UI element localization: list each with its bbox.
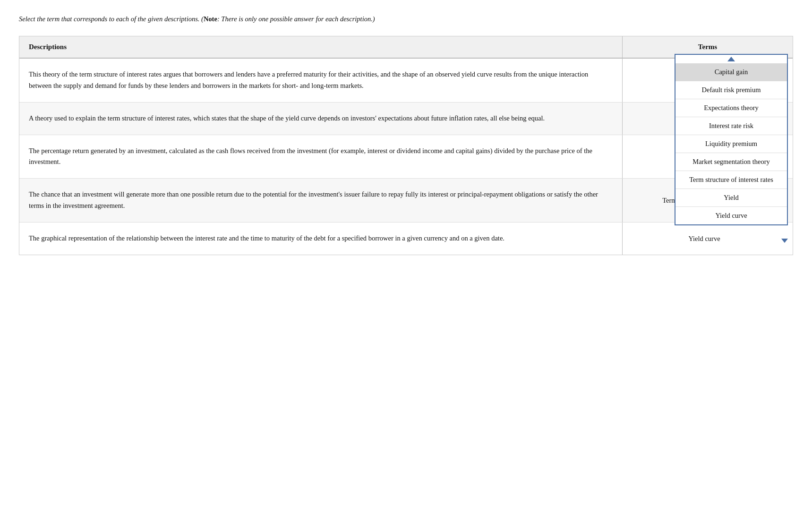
dropdown-item[interactable]: Yield curve (675, 207, 787, 224)
dropdown-item[interactable]: Yield (675, 189, 787, 207)
description-4: The chance that an investment will gener… (19, 179, 623, 222)
dropdown-up-arrow-container (675, 55, 787, 63)
term-cell-1: Capital gain Default risk premium Expect… (623, 59, 793, 102)
dropdown-item[interactable]: Interest rate risk (675, 117, 787, 135)
descriptions-header: Descriptions (19, 36, 623, 58)
term-cell-5: Yield curve (623, 223, 793, 255)
dropdown-item[interactable]: Term structure of interest rates (675, 171, 787, 189)
dropdown-item[interactable]: Liquidity premium (675, 135, 787, 153)
description-1: This theory of the term structure of int… (19, 59, 623, 102)
instruction-text: Select the term that corresponds to each… (19, 14, 793, 25)
selected-term-5: Yield curve (627, 235, 781, 243)
description-2: A theory used to explain the term struct… (19, 103, 623, 135)
main-table: Descriptions Terms This theory of the te… (19, 36, 793, 255)
dropdown-item[interactable]: Market segmentation theory (675, 153, 787, 171)
dropdown-item[interactable]: Capital gain (675, 63, 787, 81)
table-row: The graphical representation of the rela… (19, 223, 793, 255)
dropdown-open-1: Capital gain Default risk premium Expect… (675, 54, 788, 225)
dropdown-item[interactable]: Default risk premium (675, 81, 787, 99)
description-3: The percentage return generated by an in… (19, 135, 623, 179)
dropdown-arrow-5[interactable] (781, 239, 788, 243)
table-row: This theory of the term structure of int… (19, 59, 793, 103)
description-5: The graphical representation of the rela… (19, 223, 623, 255)
dropdown-item[interactable]: Expectations theory (675, 99, 787, 117)
dropdown-up-arrow-icon (727, 57, 735, 61)
